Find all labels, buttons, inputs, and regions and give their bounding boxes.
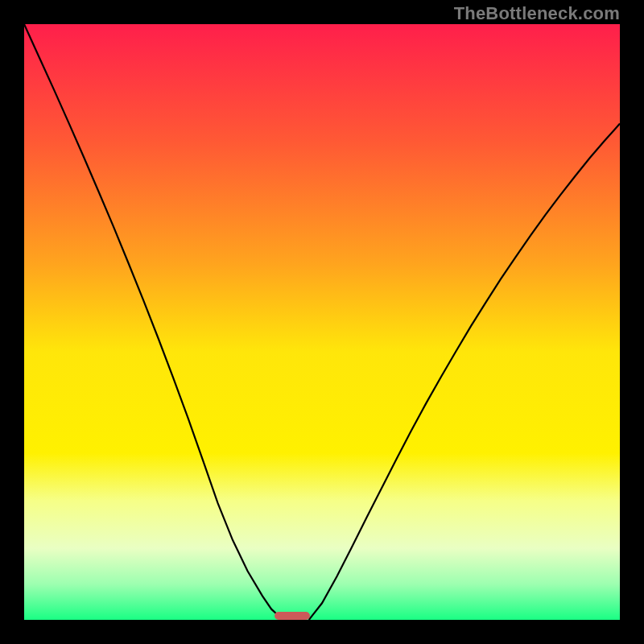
bottleneck-curve — [24, 24, 620, 620]
bottleneck-marker — [275, 612, 310, 620]
chart-frame: TheBottleneck.com — [0, 0, 644, 644]
watermark-text: TheBottleneck.com — [454, 3, 620, 24]
curve-right-branch — [309, 124, 620, 620]
curve-left-branch — [24, 24, 282, 620]
plot-area — [24, 24, 620, 620]
